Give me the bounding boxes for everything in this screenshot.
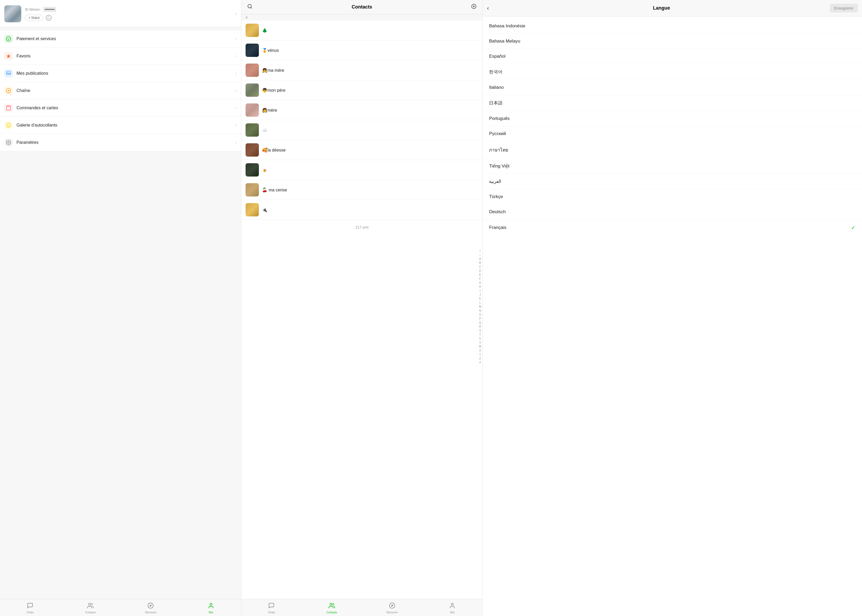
profile-arrow-icon[interactable]: › [235, 11, 237, 17]
contact-name: 🌲 [262, 28, 267, 33]
contact-avatar [246, 203, 259, 217]
left-bottom-nav: Chats Contacts Découvrir [0, 599, 241, 616]
nav-item-decouvrir-left[interactable]: Découvrir [121, 601, 181, 615]
contact-avatar [246, 104, 259, 117]
lang-header: ‹ Langue Enregistrer [482, 0, 862, 16]
contact-item[interactable]: 🔌 [241, 200, 482, 220]
commandes-icon [4, 104, 13, 112]
language-list: Bahasa Indonésie Bahasa Melayu Español 한… [482, 16, 862, 616]
menu-section: Paiement et services › Favoris › Mes pub… [0, 27, 241, 599]
contact-item[interactable]: 🌲 [241, 20, 482, 41]
lang-item-arabic[interactable]: العربية [482, 174, 862, 189]
lang-item-korean[interactable]: 한국어 [482, 64, 862, 80]
publications-icon [4, 69, 13, 78]
contact-name: ☁️ [262, 127, 267, 133]
contact-item[interactable]: 👩mère [241, 100, 482, 120]
nav-item-decouvrir-mid[interactable]: Découvrir [362, 601, 422, 615]
contact-name: 🔌 [262, 207, 267, 212]
lang-item-portugues[interactable]: Português [482, 111, 862, 126]
svg-point-12 [210, 603, 212, 605]
menu-item-galerie[interactable]: Galerie d'autocollants › [0, 117, 241, 134]
profile-id: ID Weixin : •••••••• [25, 7, 235, 12]
lang-name: 日本語 [489, 100, 856, 106]
contact-item[interactable]: 👧ma mère [241, 60, 482, 80]
back-button[interactable]: ‹ [487, 5, 489, 12]
lang-item-italiano[interactable]: Italiano [482, 80, 862, 95]
decouvrir-label-mid: Découvrir [386, 611, 398, 614]
status-button[interactable]: + Statut [25, 15, 43, 21]
svg-point-8 [8, 142, 9, 143]
profile-section: ID Weixin : •••••••• + Statut › [0, 0, 241, 27]
parametres-icon [4, 138, 13, 147]
lang-item-japanese[interactable]: 日本語 [482, 95, 862, 111]
menu-item-publications[interactable]: Mes publications › [0, 65, 241, 82]
lang-name: Português [489, 116, 856, 121]
publications-label: Mes publications [16, 71, 235, 76]
nav-item-contacts-mid[interactable]: Contacts [302, 601, 362, 615]
lang-item-bahasa-malay[interactable]: Bahasa Melayu [482, 34, 862, 49]
contact-name: 🍒 ma cerise [262, 187, 287, 192]
lang-name: 한국어 [489, 69, 856, 75]
contact-name: 👧ma mère [262, 68, 284, 73]
lang-item-espanol[interactable]: Español [482, 49, 862, 64]
svg-point-0 [6, 37, 11, 41]
contact-item[interactable]: 🍒 ma cerise [241, 180, 482, 200]
svg-point-5 [6, 123, 11, 127]
lang-item-thai[interactable]: ภาษาไทย [482, 141, 862, 159]
lang-item-russian[interactable]: Русский [482, 126, 862, 141]
search-icon[interactable] [246, 4, 254, 10]
nav-item-moi-left[interactable]: Moi [181, 601, 241, 615]
moi-label-mid: Moi [450, 611, 454, 614]
menu-item-chaine[interactable]: Chaîne › [0, 82, 241, 99]
contact-avatar [246, 123, 259, 137]
contact-item[interactable]: 👦mon père [241, 80, 482, 100]
profile-id-label: ID Weixin : [25, 8, 42, 11]
refresh-icon[interactable] [46, 15, 52, 21]
nav-item-chats-mid[interactable]: Chats [241, 601, 302, 615]
save-button[interactable]: Enregistrer [830, 4, 858, 13]
chats-icon-left [27, 602, 33, 610]
contact-item[interactable]: 🥰la déesse [241, 140, 482, 160]
middle-bottom-nav: Chats Contacts Découvrir [241, 599, 482, 616]
contact-avatar [246, 24, 259, 37]
contact-item[interactable]: 🏅vénus [241, 41, 482, 60]
menu-item-payment[interactable]: Paiement et services › [0, 30, 241, 47]
payment-arrow-icon: › [235, 36, 237, 41]
lang-item-vietnamese[interactable]: Tiếng Việt [482, 159, 862, 174]
lang-name: Tiếng Việt [489, 163, 856, 169]
add-contact-icon[interactable] [470, 4, 478, 10]
contact-name: 🏅vénus [262, 48, 279, 53]
lang-name: ภาษาไทย [489, 146, 856, 153]
nav-item-moi-mid[interactable]: Moi [422, 601, 482, 615]
lang-item-bahasa-indo[interactable]: Bahasa Indonésie [482, 19, 862, 34]
menu-item-parametres[interactable]: Paramètres › [0, 134, 241, 151]
menu-item-commandes[interactable]: Commandes et cartes › [0, 99, 241, 117]
commandes-label: Commandes et cartes [16, 105, 235, 110]
nav-item-chats-left[interactable]: Chats [0, 601, 60, 615]
contacts-header: Contacts [241, 0, 482, 14]
section-hash: # [241, 14, 482, 20]
parametres-label: Paramètres [16, 140, 235, 145]
check-icon: ✓ [851, 225, 856, 231]
lang-item-deutsch[interactable]: Deutsch [482, 204, 862, 220]
svg-point-17 [330, 603, 332, 605]
lang-item-francais[interactable]: Français ✓ [482, 220, 862, 236]
contacts-label-mid: Contacts [326, 611, 337, 614]
nav-item-contacts-left[interactable]: Contacts [60, 601, 121, 615]
galerie-arrow-icon: › [235, 123, 237, 127]
contact-avatar [246, 64, 259, 77]
menu-item-favoris[interactable]: Favoris › [0, 47, 241, 65]
contact-avatar [246, 143, 259, 157]
commandes-arrow-icon: › [235, 105, 237, 110]
contact-name: 👩mère [262, 108, 277, 113]
svg-point-6 [8, 124, 8, 125]
lang-item-turkish[interactable]: Türkçe [482, 189, 862, 204]
alphabet-index: I ☆ A B C D E F G H I J K L M N O P Q R … [479, 14, 481, 599]
lang-name: العربية [489, 179, 856, 184]
lang-name: Türkçe [489, 194, 856, 200]
contact-item[interactable]: ☁️ [241, 120, 482, 140]
moi-icon-left [208, 602, 214, 610]
favoris-label: Favoris [16, 54, 235, 58]
contact-item[interactable]: 🍺 [241, 160, 482, 180]
moi-icon-mid [449, 602, 455, 610]
